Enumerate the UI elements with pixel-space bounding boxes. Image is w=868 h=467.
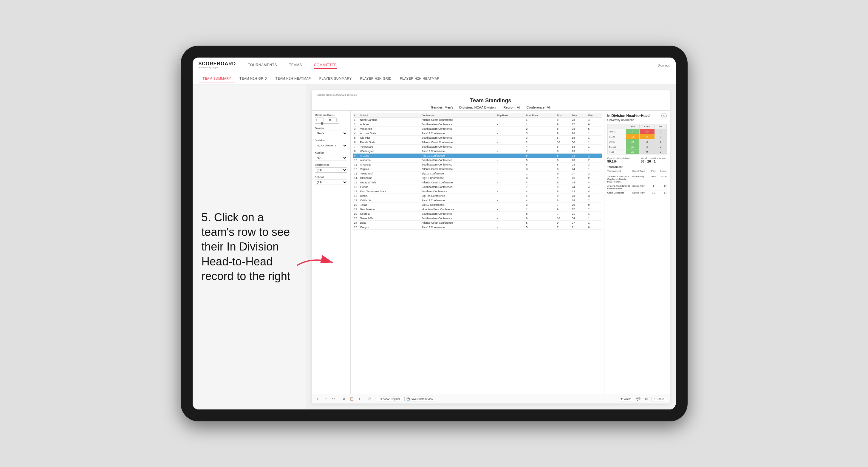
table-row[interactable]: 15 Georgia Tech Atlantic Coast Conferenc…: [353, 180, 602, 185]
cell-rds: 7: [556, 225, 571, 229]
share-button[interactable]: ↗ Share: [651, 397, 666, 401]
region-select[interactable]: N/A: [315, 155, 347, 160]
rounds-slider[interactable]: [315, 123, 339, 124]
school-label: School: [315, 176, 347, 179]
watch-button[interactable]: 👁 Watch: [618, 397, 633, 401]
division-select[interactable]: NCAA Division I: [315, 143, 347, 148]
comment-icon[interactable]: 💬: [636, 396, 641, 402]
cell-conf: Southeastern Conference: [421, 122, 496, 127]
h2h-loss-100plus: 0: [639, 149, 655, 154]
outer-wrapper: SCOREBOARD Powered by clippd TOURNAMENTS…: [0, 0, 868, 467]
cell-reg-rank: -: [496, 212, 525, 216]
paste-icon[interactable]: 📋: [349, 396, 354, 402]
cell-conf-rank: 5: [525, 225, 556, 229]
tournament-row-1[interactable]: Jackson T. Stephens Cup Men's Match-Play…: [608, 175, 667, 184]
view-original-button[interactable]: 👁 View: Original: [378, 397, 402, 401]
tab-team-h2h-grid[interactable]: TEAM H2H GRID: [235, 74, 271, 83]
h2h-range-100plus: >100: [608, 149, 626, 154]
table-row[interactable]: 1 North Carolina Atlantic Coast Conferen…: [353, 118, 602, 122]
tab-player-h2h-grid[interactable]: PLAYER H2H GRID: [356, 74, 396, 83]
cell-conf: Southeastern Conference: [421, 127, 496, 131]
table-row[interactable]: 19 California Pac-12 Conference - 4 8 24…: [353, 198, 602, 203]
grid-icon[interactable]: ⊞: [644, 396, 649, 402]
logo-text: SCOREBOARD: [198, 61, 236, 66]
table-row[interactable]: 4 Arizona State Pac-12 Conference - 3 9 …: [353, 131, 602, 136]
table-row[interactable]: 10 Alabama Southeastern Conference - 5 8…: [353, 158, 602, 162]
table-row[interactable]: 8 Washington Pac-12 Conference - 2 8 23 …: [353, 149, 602, 154]
cell-rds: 7: [556, 212, 571, 216]
cell-rds: 9: [556, 194, 571, 198]
save-custom-button[interactable]: 💾 Save Custom View: [404, 397, 435, 401]
cell-reg-rank: -: [496, 149, 525, 154]
redo-small-icon[interactable]: ↩: [323, 396, 329, 402]
h2h-row-100plus[interactable]: >100 27 0 0: [608, 149, 666, 154]
table-row[interactable]: 16 Florida Southeastern Conference - 7 9…: [353, 185, 602, 189]
undo-icon[interactable]: ↩: [315, 396, 321, 402]
table-row[interactable]: 22 Georgia Southeastern Conference - 8 7…: [353, 212, 602, 216]
cell-win: 3: [587, 154, 602, 158]
max-rounds-input[interactable]: [328, 118, 337, 122]
forward-icon[interactable]: ↪: [331, 396, 336, 402]
h2h-tie-100plus: 0: [655, 149, 666, 154]
nav-teams[interactable]: TEAMS: [289, 62, 302, 69]
min-rounds-input[interactable]: [315, 118, 324, 122]
h2h-row-1125[interactable]: 11-25 11 8 0: [608, 134, 666, 139]
cell-conf: Southeastern Conference: [421, 162, 496, 167]
school-control: School (All): [315, 176, 347, 185]
filter-division: Division: NCAA Division I: [459, 105, 497, 109]
conference-select[interactable]: (All): [315, 167, 347, 173]
clock-icon[interactable]: ⏱: [367, 396, 373, 402]
table-row[interactable]: 13 Texas Tech Big 12 Conference - 1 9 27…: [353, 172, 602, 176]
tab-player-h2h-heatmap[interactable]: PLAYER H2H HEATMAP: [396, 74, 443, 83]
cell-conf-rank: 2: [525, 140, 556, 145]
table-row[interactable]: 9 Arizona Pac-12 Conference - 5 8 23 3: [353, 154, 602, 158]
view-icon: 👁: [380, 398, 382, 401]
table-row[interactable]: 25 Oregon Pac-12 Conference - 5 7 21 0: [353, 225, 602, 229]
table-row[interactable]: 21 New Mexico Mountain West Conference -…: [353, 207, 602, 212]
table-row[interactable]: 6 Florida State Atlantic Coast Conferenc…: [353, 140, 602, 145]
min-rounds-sep: –: [325, 118, 327, 121]
conference-control: Conference (All): [315, 163, 347, 173]
nav-committee[interactable]: COMMITTEE: [314, 62, 337, 69]
school-select[interactable]: (All): [315, 180, 347, 185]
tournament-row-2[interactable]: Arizona Thunderbirds Intercollegiate Str…: [608, 184, 667, 191]
gender-select[interactable]: Men's: [315, 131, 347, 136]
h2h-row-top10[interactable]: Top 10 3 13 0: [608, 129, 666, 134]
nav-tournaments[interactable]: TOURNAMENTS: [248, 62, 277, 69]
table-row[interactable]: 12 Virginia Atlantic Coast Conference - …: [353, 167, 602, 172]
h2h-row-2650[interactable]: 26-50 25 2 1: [608, 139, 666, 144]
h2h-loss-top10: 13: [639, 129, 655, 134]
tournament-row-3[interactable]: Cabo Collegiate Stroke Play 11 17: [608, 191, 667, 195]
filter-gender-value: Men's: [444, 105, 453, 109]
add-icon[interactable]: +: [357, 396, 362, 402]
h2h-close-button[interactable]: ×: [661, 113, 667, 118]
table-row[interactable]: 11 Arkansas Southeastern Conference - 6 …: [353, 162, 602, 167]
sign-out-button[interactable]: Sign out: [657, 64, 670, 67]
filter-gender-label: Gender:: [431, 105, 443, 109]
table-row[interactable]: 14 Oklahoma Big 12 Conference - 3 9 26 2: [353, 176, 602, 180]
tab-team-summary[interactable]: TEAM SUMMARY: [198, 74, 236, 83]
h2h-row-51100[interactable]: 51-100 20 3 0: [608, 144, 666, 149]
table-row[interactable]: 23 Texas A&M Southeastern Conference - 9…: [353, 216, 602, 221]
tab-player-summary[interactable]: PLAYER SUMMARY: [315, 74, 356, 83]
tour-event-2: Stroke Play: [632, 185, 648, 190]
tour-col-name: Tournament: [608, 170, 631, 173]
tournament-section-label: Tournament: [608, 165, 667, 168]
tab-team-h2h-heatmap[interactable]: TEAM H2H HEATMAP: [271, 74, 315, 83]
table-row[interactable]: 17 East Tennessee State Southern Confere…: [353, 189, 602, 194]
tour-col-pos: Pos: [649, 170, 657, 173]
table-row[interactable]: 7 Tennessee Southeastern Conference - 4 …: [353, 145, 602, 149]
cell-reg-rank: -: [496, 167, 525, 172]
cell-num: 3: [353, 127, 359, 131]
table-row[interactable]: 5 Ole Miss Southeastern Conference - 3 6…: [353, 136, 602, 140]
table-row[interactable]: 24 Duke Atlantic Coast Conference - 5 9 …: [353, 221, 602, 225]
table-row[interactable]: 20 Texas Big 12 Conference - 3 7 20 0: [353, 203, 602, 207]
table-row[interactable]: 3 Vanderbilt Southeastern Conference - 2…: [353, 127, 602, 131]
filter-conference-label: Conference:: [527, 105, 546, 109]
table-row[interactable]: 2 Auburn Southeastern Conference - 1 9 2…: [353, 122, 602, 127]
h2h-header-row: Win Loss Tie: [608, 124, 666, 129]
h2h-range-1125: 11-25: [608, 134, 626, 139]
copy-icon[interactable]: ⧉: [341, 396, 347, 402]
table-row[interactable]: 18 Illinois Big Ten Conference - 1 9 23 …: [353, 194, 602, 198]
cell-reg-rank: -: [496, 118, 525, 122]
